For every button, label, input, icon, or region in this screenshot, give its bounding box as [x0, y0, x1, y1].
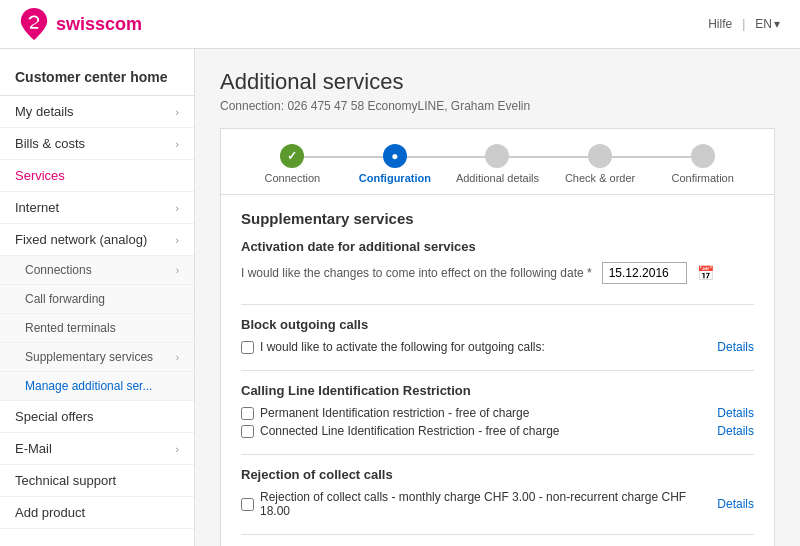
swisscom-logo-icon — [20, 8, 48, 40]
step-circle-connection: ✓ — [280, 144, 304, 168]
wizard-step-configuration[interactable]: ● Configuration — [344, 144, 447, 184]
sidebar-sub-label: Connections — [25, 263, 92, 277]
header-right: Hilfe | EN ▾ — [708, 17, 780, 31]
calling-line-option-0: Permanent Identification restriction - f… — [260, 406, 529, 420]
sidebar-sub-rented-terminals[interactable]: Rented terminals — [0, 314, 194, 343]
sidebar-sub-connections[interactable]: Connections › — [0, 256, 194, 285]
step-label-connection: Connection — [264, 172, 320, 184]
wizard-step-additional-details[interactable]: Additional details — [446, 144, 549, 184]
calling-line-left-1: Connected Line Identification Restrictio… — [241, 424, 560, 438]
sidebar-item-email[interactable]: E-Mail › — [0, 433, 194, 465]
activation-field-label: I would like the changes to come into ef… — [241, 266, 592, 280]
sidebar-item-services[interactable]: Services — [0, 160, 194, 192]
step-circle-confirmation — [691, 144, 715, 168]
sidebar-item-label: Services — [15, 168, 65, 183]
help-link[interactable]: Hilfe — [708, 17, 732, 31]
activation-section: Activation date for additional services … — [241, 239, 754, 305]
calling-line-checkbox-1[interactable] — [241, 425, 254, 438]
arrow-icon: › — [175, 202, 179, 214]
block-outgoing-details-link[interactable]: Details — [717, 340, 754, 354]
reject-collect-checkbox[interactable] — [241, 498, 254, 511]
lang-label: EN — [755, 17, 772, 31]
logo-area: swisscom — [20, 8, 142, 40]
sidebar-item-add-product[interactable]: Add product — [0, 497, 194, 529]
reject-collect-left: Rejection of collect calls - monthly cha… — [241, 490, 717, 518]
logo-text: swisscom — [56, 14, 142, 35]
sidebar-sub-label: Supplementary services — [25, 350, 153, 364]
content-area: Supplementary services Activation date f… — [220, 195, 775, 546]
sidebar-item-technical-support[interactable]: Technical support — [0, 465, 194, 497]
sidebar-item-label: Bills & costs — [15, 136, 85, 151]
calling-line-details-0[interactable]: Details — [717, 406, 754, 420]
calling-line-option-1: Connected Line Identification Restrictio… — [260, 424, 560, 438]
calling-line-title: Calling Line Identification Restriction — [241, 383, 754, 398]
sidebar-sub-manage-additional[interactable]: Manage additional ser... — [0, 372, 194, 401]
wizard-steps-container: ✓ Connection ● Configuration Additional … — [220, 128, 775, 195]
reject-collect-section: Rejection of collect calls Rejection of … — [241, 467, 754, 535]
step-circle-configuration: ● — [383, 144, 407, 168]
calling-line-checkbox-0[interactable] — [241, 407, 254, 420]
sidebar-item-label: Technical support — [15, 473, 116, 488]
header-divider: | — [742, 17, 745, 31]
sidebar-item-label: Internet — [15, 200, 59, 215]
arrow-icon: › — [176, 352, 179, 363]
arrow-icon: › — [175, 234, 179, 246]
sidebar-sub-call-forwarding[interactable]: Call forwarding — [0, 285, 194, 314]
language-selector[interactable]: EN ▾ — [755, 17, 780, 31]
page-title: Additional services — [220, 69, 775, 95]
sidebar-item-label: Special offers — [15, 409, 94, 424]
sidebar: Customer center home My details › Bills … — [0, 49, 195, 546]
reject-collect-row: Rejection of collect calls - monthly cha… — [241, 490, 754, 518]
calling-line-row-0: Permanent Identification restriction - f… — [241, 406, 754, 420]
calendar-icon[interactable]: 📅 — [697, 265, 714, 281]
sidebar-sub-label: Rented terminals — [25, 321, 116, 335]
sidebar-item-label: E-Mail — [15, 441, 52, 456]
wizard-step-connection[interactable]: ✓ Connection — [241, 144, 344, 184]
activation-field-row: I would like the changes to come into ef… — [241, 262, 754, 284]
wizard-step-confirmation[interactable]: Confirmation — [651, 144, 754, 184]
sidebar-item-internet[interactable]: Internet › — [0, 192, 194, 224]
calling-line-row-1: Connected Line Identification Restrictio… — [241, 424, 754, 438]
wizard-steps: ✓ Connection ● Configuration Additional … — [241, 144, 754, 184]
sidebar-sub-supplementary[interactable]: Supplementary services › — [0, 343, 194, 372]
arrow-icon: › — [175, 106, 179, 118]
activation-date-input[interactable] — [602, 262, 687, 284]
sidebar-item-my-details[interactable]: My details › — [0, 96, 194, 128]
calling-line-details-1[interactable]: Details — [717, 424, 754, 438]
wizard-step-check-order[interactable]: Check & order — [549, 144, 652, 184]
page-subtitle: Connection: 026 475 47 58 EconomyLINE, G… — [220, 99, 775, 113]
reject-collect-label: Rejection of collect calls - monthly cha… — [260, 490, 717, 518]
sidebar-item-label: Add product — [15, 505, 85, 520]
step-circle-additional-details — [485, 144, 509, 168]
sidebar-sub-label: Call forwarding — [25, 292, 105, 306]
sidebar-sub-label: Manage additional ser... — [25, 379, 152, 393]
sidebar-item-label: My details — [15, 104, 74, 119]
section-title: Supplementary services — [241, 210, 754, 227]
sidebar-item-fixed-network[interactable]: Fixed network (analog) › — [0, 224, 194, 256]
reject-collect-details-link[interactable]: Details — [717, 497, 754, 511]
step-label-additional-details: Additional details — [456, 172, 539, 184]
step-label-confirmation: Confirmation — [671, 172, 733, 184]
step-label-check-order: Check & order — [565, 172, 635, 184]
calling-line-left-0: Permanent Identification restriction - f… — [241, 406, 529, 420]
sidebar-home[interactable]: Customer center home — [0, 59, 194, 96]
arrow-icon: › — [175, 443, 179, 455]
block-outgoing-checkbox[interactable] — [241, 341, 254, 354]
sidebar-item-bills-costs[interactable]: Bills & costs › — [0, 128, 194, 160]
step-circle-check-order — [588, 144, 612, 168]
sidebar-item-label: Fixed network (analog) — [15, 232, 147, 247]
step-label-configuration: Configuration — [359, 172, 431, 184]
reject-collect-title: Rejection of collect calls — [241, 467, 754, 482]
block-outgoing-title: Block outgoing calls — [241, 317, 754, 332]
arrow-icon: › — [175, 138, 179, 150]
sidebar-item-special-offers[interactable]: Special offers — [0, 401, 194, 433]
block-outgoing-section: Block outgoing calls I would like to act… — [241, 317, 754, 371]
header: swisscom Hilfe | EN ▾ — [0, 0, 800, 49]
layout: Customer center home My details › Bills … — [0, 49, 800, 546]
activation-title: Activation date for additional services — [241, 239, 754, 254]
chevron-down-icon: ▾ — [774, 17, 780, 31]
block-outgoing-row: I would like to activate the following f… — [241, 340, 754, 354]
block-outgoing-label: I would like to activate the following f… — [260, 340, 545, 354]
block-outgoing-left: I would like to activate the following f… — [241, 340, 545, 354]
main-content: Additional services Connection: 026 475 … — [195, 49, 800, 546]
